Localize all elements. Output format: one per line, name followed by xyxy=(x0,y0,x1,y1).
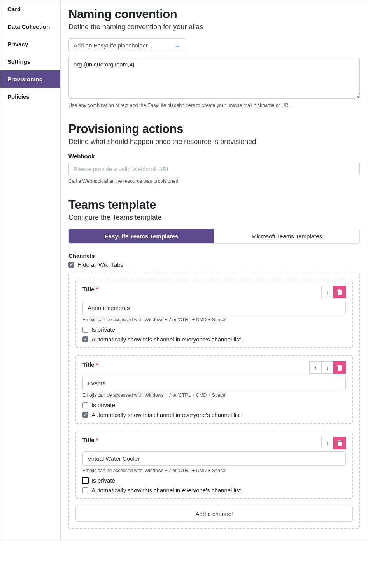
channel-card: Title * ↓ Emojis can be accessed with 'W… xyxy=(75,280,353,348)
is-private-checkbox[interactable] xyxy=(82,402,88,408)
sidebar-item-privacy[interactable]: Privacy xyxy=(0,35,60,53)
move-up-button[interactable]: ↑ xyxy=(309,361,322,374)
channel-title-label: Title * xyxy=(82,286,98,292)
auto-show-label: Automatically show this channel in every… xyxy=(91,336,241,343)
hide-wiki-checkbox[interactable] xyxy=(68,262,74,268)
sidebar-item-data-collection[interactable]: Data Collection xyxy=(0,18,60,35)
auto-show-checkbox[interactable] xyxy=(82,336,88,342)
delete-channel-button[interactable] xyxy=(333,437,346,449)
is-private-checkbox[interactable] xyxy=(82,478,88,483)
trash-icon xyxy=(337,364,342,371)
channels-label: Channels xyxy=(68,252,360,259)
emoji-hint: Emojis can be accessed with 'Windows + .… xyxy=(82,317,346,322)
add-channel-button[interactable]: Add a channel xyxy=(75,506,353,522)
sidebar-item-provisioning[interactable]: Provisioning xyxy=(0,70,60,88)
is-private-label: Is private xyxy=(91,402,115,408)
channel-title-input[interactable] xyxy=(82,452,346,466)
webhook-hint: Call a Webhook after the resource was pr… xyxy=(68,178,360,184)
tab-easylife-templates[interactable]: EasyLife Teams Templates xyxy=(69,229,214,243)
actions-subtitle: Define what should happen once the resou… xyxy=(68,138,360,146)
naming-subtitle: Define the naming convention for your al… xyxy=(68,23,360,31)
is-private-label: Is private xyxy=(91,326,115,333)
webhook-label: Webhook xyxy=(68,153,360,159)
is-private-checkbox[interactable] xyxy=(82,327,88,332)
delete-channel-button[interactable] xyxy=(333,286,346,298)
channel-title-input[interactable] xyxy=(82,376,346,390)
tab-microsoft-templates[interactable]: Microsoft Teams Templates xyxy=(214,229,359,243)
channel-card: Title * ↑ Emojis can be accessed with 'W… xyxy=(75,430,353,499)
channel-title-label: Title * xyxy=(82,437,98,443)
hide-wiki-label: Hide all Wiki Tabs xyxy=(77,261,123,268)
auto-show-label: Automatically show this channel in every… xyxy=(91,411,241,418)
arrow-up-icon: ↑ xyxy=(326,440,329,446)
auto-show-checkbox[interactable] xyxy=(82,412,88,418)
chevron-down-icon: ⌄ xyxy=(175,42,180,49)
emoji-hint: Emojis can be accessed with 'Windows + .… xyxy=(82,392,346,398)
auto-show-label: Automatically show this channel in every… xyxy=(91,487,241,494)
channel-title-label: Title * xyxy=(82,361,98,368)
delete-channel-button[interactable] xyxy=(333,361,346,374)
channels-container: Title * ↓ Emojis can be accessed with 'W… xyxy=(68,273,360,529)
arrow-up-icon: ↑ xyxy=(314,364,317,371)
placeholder-dropdown[interactable]: Add an EasyLife placeholder... ⌄ xyxy=(68,38,185,52)
placeholder-dropdown-label: Add an EasyLife placeholder... xyxy=(74,42,152,49)
sidebar-item-policies[interactable]: Policies xyxy=(0,88,60,105)
move-up-button[interactable]: ↑ xyxy=(321,437,334,449)
trash-icon xyxy=(337,289,342,295)
is-private-label: Is private xyxy=(91,477,115,484)
move-down-button[interactable]: ↓ xyxy=(321,361,334,374)
channel-card: Title * ↑ ↓ Emojis can be accessed with … xyxy=(75,355,353,424)
naming-heading: Naming convention xyxy=(68,7,360,21)
webhook-input[interactable] xyxy=(68,162,360,176)
sidebar-item-settings[interactable]: Settings xyxy=(0,53,60,70)
arrow-down-icon: ↓ xyxy=(326,289,329,296)
emoji-hint: Emojis can be accessed with 'Windows + .… xyxy=(82,468,346,473)
template-subtitle: Configure the Teams template xyxy=(68,214,360,222)
channel-title-input[interactable] xyxy=(82,301,346,315)
template-heading: Teams template xyxy=(68,198,360,212)
auto-show-checkbox[interactable] xyxy=(82,487,88,493)
main-content: Naming convention Define the naming conv… xyxy=(61,0,368,541)
sidebar-item-card[interactable]: Card xyxy=(0,0,60,18)
naming-input[interactable]: org-{unique:orgTeam,4} xyxy=(68,57,360,99)
naming-hint: Use any combination of text and the Easy… xyxy=(68,103,360,108)
actions-heading: Provisioning actions xyxy=(68,122,360,136)
template-tabs: EasyLife Teams Templates Microsoft Teams… xyxy=(68,229,360,244)
arrow-down-icon: ↓ xyxy=(326,364,329,371)
move-down-button[interactable]: ↓ xyxy=(321,286,334,298)
sidebar: Card Data Collection Privacy Settings Pr… xyxy=(0,0,61,541)
trash-icon xyxy=(337,440,342,446)
